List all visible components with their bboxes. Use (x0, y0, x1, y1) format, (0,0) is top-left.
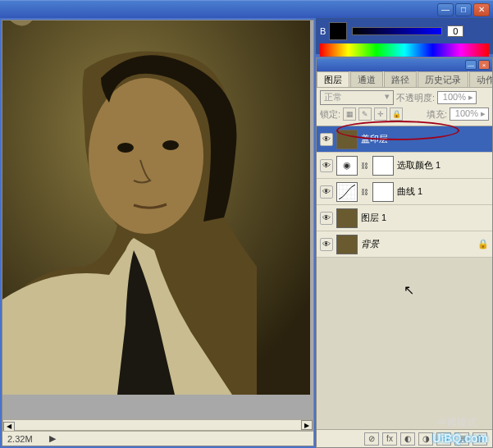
tab-channels[interactable]: 通道 (350, 71, 383, 87)
fill-input[interactable]: 100% ▸ (450, 107, 489, 121)
layer-name[interactable]: 选取颜色 1 (397, 159, 489, 171)
layer-thumb[interactable] (336, 130, 358, 149)
layer-name[interactable]: 曲线 1 (397, 185, 489, 198)
layer-thumb-adjustment[interactable]: ◉ (336, 156, 358, 176)
window-maximize-button[interactable]: □ (455, 3, 472, 16)
tab-paths[interactable]: 路径 (384, 71, 417, 87)
layer-thumb-curves[interactable] (336, 182, 358, 202)
layer-visibility-toggle[interactable]: 👁 (320, 185, 333, 199)
color-swatch[interactable] (329, 22, 347, 40)
layer-visibility-toggle[interactable]: 👁 (320, 238, 333, 251)
layer-list: 👁 盖印层 👁 ◉ ⛓ 选取颜色 1 👁 ⛓ (317, 126, 492, 429)
channel-b-value: 0 (447, 25, 463, 37)
link-icon: ⛓ (361, 162, 369, 170)
canvas-area[interactable]: ◀ ▶ 2.32M ▶ (2, 20, 314, 446)
horizontal-scrollbar[interactable]: ◀ ▶ (2, 419, 313, 431)
lock-transparent-button[interactable]: ▦ (343, 107, 356, 121)
layer-row-layer1[interactable]: 👁 图层 1 (317, 205, 492, 231)
layer-controls: 正常 ▾ 不透明度: 100% ▸ 锁定: ▦ ✎ ✛ 🔒 填充: 100% ▸ (317, 88, 492, 126)
layer-fx-button[interactable]: fx (382, 432, 397, 446)
lock-move-button[interactable]: ✛ (374, 107, 387, 121)
layer-name[interactable]: 背景 (361, 238, 474, 250)
color-slider[interactable] (352, 27, 442, 35)
layer-mask-thumb[interactable] (372, 182, 394, 202)
new-group-button[interactable]: ▭ (436, 432, 451, 446)
lock-icon: 🔒 (477, 239, 489, 249)
svg-point-3 (117, 143, 134, 153)
layer-visibility-toggle[interactable]: 👁 (320, 159, 333, 172)
channel-b-label: B (320, 26, 326, 36)
status-bar: 2.32M ▶ (2, 431, 313, 446)
layer-visibility-toggle[interactable]: 👁 (320, 212, 333, 225)
photo-content (2, 21, 310, 395)
layer-thumb[interactable] (336, 235, 358, 254)
panel-footer: ⊘ fx ◐ ◑ ▭ ▤ 🗑 (317, 429, 492, 447)
panel-close-button[interactable]: × (478, 60, 490, 70)
lock-all-button[interactable]: 🔒 (390, 107, 403, 121)
tab-layers[interactable]: 图层 (317, 71, 349, 87)
status-arrow-icon[interactable]: ▶ (49, 433, 56, 444)
scroll-left-arrow[interactable]: ◀ (3, 422, 15, 432)
layer-row-selective-color[interactable]: 👁 ◉ ⛓ 选取颜色 1 (317, 153, 492, 179)
panel-tabs: 图层 通道 路径 历史记录 动作 (317, 71, 492, 88)
tab-actions[interactable]: 动作 (469, 71, 492, 87)
opacity-label: 不透明度: (396, 92, 435, 104)
delete-layer-button[interactable]: 🗑 (472, 432, 487, 446)
fill-label: 填充: (427, 108, 447, 121)
layer-name[interactable]: 盖印层 (361, 133, 489, 145)
layer-thumb[interactable] (336, 208, 358, 228)
opacity-input[interactable]: 100% ▸ (437, 91, 477, 104)
add-adjustment-button[interactable]: ◑ (418, 432, 433, 446)
blend-mode-select[interactable]: 正常 ▾ (320, 90, 394, 105)
layer-mask-thumb[interactable] (372, 156, 394, 176)
link-icon: ⛓ (361, 188, 369, 196)
window-titlebar: — □ ✕ (0, 0, 493, 18)
layer-row-curves[interactable]: 👁 ⛓ 曲线 1 (317, 179, 492, 205)
layers-panel: — × 图层 通道 路径 历史记录 动作 正常 ▾ 不透明度: 100% ▸ 锁… (316, 57, 493, 448)
status-doc-size: 2.32M (7, 434, 33, 444)
layer-row-stamp[interactable]: 👁 盖印层 (317, 126, 492, 153)
svg-point-4 (162, 140, 179, 150)
window-minimize-button[interactable]: — (437, 3, 454, 16)
color-panel: B 0 (316, 18, 493, 54)
panel-titlebar[interactable]: — × (317, 58, 492, 71)
layer-row-background[interactable]: 👁 背景 🔒 (317, 231, 492, 258)
tab-history[interactable]: 历史记录 (418, 71, 468, 87)
new-layer-button[interactable]: ▤ (454, 432, 469, 446)
lock-label: 锁定: (320, 108, 340, 121)
canvas-image (2, 21, 310, 395)
add-mask-button[interactable]: ◐ (400, 432, 415, 446)
window-close-button[interactable]: ✕ (473, 3, 490, 16)
link-layers-button[interactable]: ⊘ (364, 432, 379, 446)
layer-name[interactable]: 图层 1 (361, 212, 489, 224)
color-spectrum[interactable] (320, 43, 489, 57)
panel-minimize-button[interactable]: — (465, 60, 477, 70)
svg-point-2 (89, 78, 203, 234)
layer-visibility-toggle[interactable]: 👁 (320, 133, 333, 146)
scroll-right-arrow[interactable]: ▶ (301, 420, 313, 430)
lock-paint-button[interactable]: ✎ (358, 107, 372, 121)
